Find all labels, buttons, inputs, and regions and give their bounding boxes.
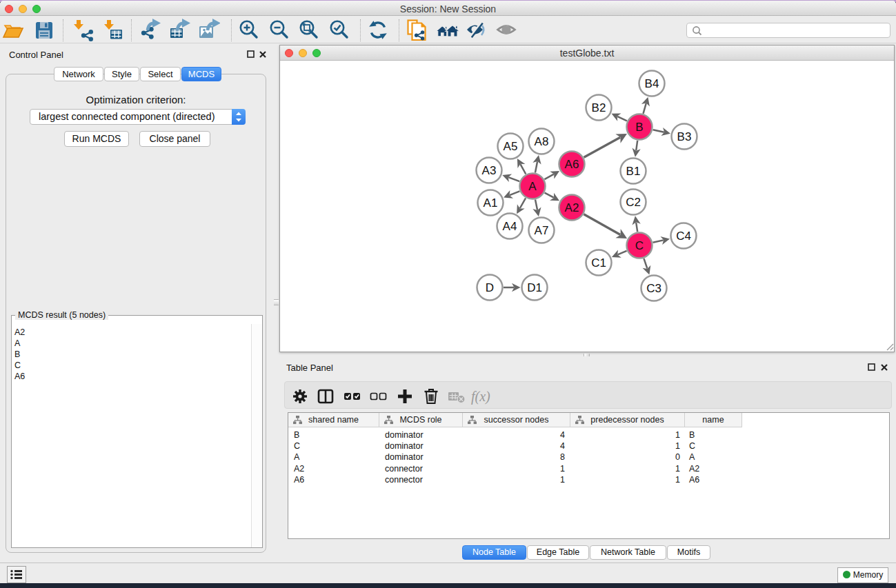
svg-text:D1: D1 — [527, 281, 542, 294]
svg-text:A: A — [528, 180, 537, 193]
svg-text:B2: B2 — [592, 101, 606, 114]
svg-text:D: D — [486, 281, 494, 294]
svg-text:A8: A8 — [535, 135, 549, 148]
svg-text:C1: C1 — [591, 256, 606, 270]
svg-text:A1: A1 — [484, 196, 498, 210]
svg-text:B3: B3 — [677, 130, 692, 143]
svg-text:B1: B1 — [626, 165, 641, 178]
svg-text:B: B — [635, 121, 643, 134]
svg-text:A7: A7 — [535, 224, 549, 237]
svg-text:A2: A2 — [565, 201, 579, 214]
svg-text:C4: C4 — [676, 230, 691, 243]
svg-text:B4: B4 — [645, 77, 659, 90]
svg-text:A4: A4 — [503, 220, 517, 233]
svg-text:A3: A3 — [482, 164, 497, 177]
svg-text:C: C — [635, 239, 644, 252]
svg-text:C3: C3 — [646, 282, 661, 295]
svg-text:C2: C2 — [626, 196, 641, 209]
svg-text:A6: A6 — [565, 158, 579, 171]
svg-text:A5: A5 — [504, 140, 518, 153]
svg-text:f(x): f(x) — [471, 389, 490, 405]
